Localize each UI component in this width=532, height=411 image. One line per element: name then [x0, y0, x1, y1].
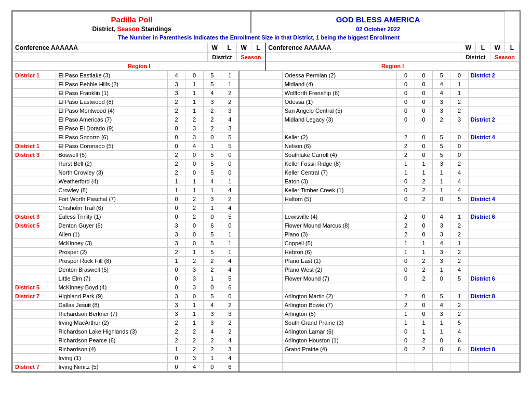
right-district-l: 1	[415, 160, 432, 168]
left-season-w: 1	[203, 274, 221, 283]
left-district-w: 3	[168, 292, 185, 301]
left-season-l: 0	[221, 160, 238, 168]
right-district-w: 1	[397, 310, 415, 319]
left-season-l: 2	[221, 89, 238, 98]
right-district-l: 1	[415, 319, 432, 327]
left-season-l: 0	[221, 221, 238, 230]
left-district-w: 3	[168, 230, 185, 239]
right-season-w: 1	[433, 177, 450, 186]
right-district-ref	[468, 354, 519, 363]
table-row: District 1El Paso Eastlake (3)4051Odessa…	[13, 71, 520, 80]
right-season-w: 3	[433, 257, 450, 266]
left-school: Chisholm Trail (6)	[56, 204, 168, 213]
left-season-l: 2	[221, 195, 238, 204]
left-season-l: 5	[221, 213, 238, 221]
right-season-w	[433, 354, 450, 363]
left-season-l: 4	[221, 257, 238, 266]
right-district-label	[239, 213, 282, 221]
right-school: Nelson (6)	[282, 142, 397, 151]
right-district-w: 1	[397, 168, 415, 177]
left-season-l: 0	[221, 292, 238, 301]
left-season-l: 4	[221, 354, 238, 363]
left-season-l: 5	[221, 142, 238, 151]
col-group-row: District Season District Season	[13, 53, 520, 62]
right-school: Arlington Martin (2)	[282, 292, 397, 301]
table-row: McKinney (3)3051Coppell (5)1141	[13, 239, 520, 248]
right-district-l	[415, 363, 432, 372]
right-district-ref: District 4	[468, 133, 519, 142]
right-district-label	[239, 115, 282, 124]
left-season-l: 4	[221, 115, 238, 124]
right-district-w: 2	[397, 292, 415, 301]
right-season-w: 0	[433, 195, 450, 204]
right-district-l	[415, 124, 432, 133]
left-district-l: 3	[185, 266, 203, 274]
left-district-l: 3	[185, 133, 203, 142]
left-school: McKinney Boyd (4)	[56, 283, 168, 292]
right-school: Flower Mound (7)	[282, 274, 397, 283]
left-season-l: 4	[221, 266, 238, 274]
right-district-ref: District 6	[468, 213, 519, 221]
left-district-w: 2	[168, 327, 185, 336]
right-district-l: 0	[415, 310, 432, 319]
right-school: Eaton (3)	[282, 177, 397, 186]
right-season-l: 0	[450, 151, 468, 160]
left-district-label	[13, 248, 56, 257]
left-season-l: 1	[221, 71, 238, 80]
right-season-l: 0	[450, 142, 468, 151]
left-district-w: 2	[168, 160, 185, 168]
right-district-w: 2	[397, 133, 415, 142]
left-district-w: 4	[168, 71, 185, 80]
right-season-l: 4	[450, 266, 468, 274]
left-season-w: 3	[203, 310, 221, 319]
right-school: Midland Legacy (3)	[282, 115, 397, 124]
left-season-l: 3	[221, 310, 238, 319]
right-season-w: 4	[433, 80, 450, 89]
table-row: Prosper Rock Hill (8)1224Plano East (1)0…	[13, 257, 520, 266]
left-season-w: 2	[203, 124, 221, 133]
right-season-w: 3	[433, 107, 450, 115]
right-season-l: 6	[450, 345, 468, 354]
right-district-l: 2	[415, 257, 432, 266]
left-district-label	[13, 274, 56, 283]
right-school: Keller Central (7)	[282, 168, 397, 177]
table-row: Little Elm (7)0315Flower Mound (7)0205Di…	[13, 274, 520, 283]
right-district-ref	[468, 248, 519, 257]
left-season-l: 4	[221, 186, 238, 195]
right-school	[282, 124, 397, 133]
right-season-l: 2	[450, 310, 468, 319]
right-district-l: 0	[415, 301, 432, 310]
right-district-ref	[468, 177, 519, 186]
table-row: Denton Braswell (5)0324Plano West (2)021…	[13, 266, 520, 274]
right-district-l: 2	[415, 177, 432, 186]
right-school: San Angelo Central (5)	[282, 107, 397, 115]
right-district-label	[239, 230, 282, 239]
right-school: Southlake Carroll (4)	[282, 151, 397, 160]
left-district-w: 2	[168, 336, 185, 345]
left-district-l: 3	[185, 354, 203, 363]
right-season-l: 2	[450, 107, 468, 115]
right-district-w	[397, 283, 415, 292]
right-district-ref	[468, 160, 519, 168]
left-district-w: 0	[168, 195, 185, 204]
left-district-l: 4	[185, 363, 203, 372]
left-season-w: 5	[203, 239, 221, 248]
left-district-w: 0	[168, 124, 185, 133]
right-season-w: 1	[433, 319, 450, 327]
left-season-w: 1	[203, 354, 221, 363]
table-row: Richardson (4)1223Grand Prairie (4)0206D…	[13, 345, 520, 354]
left-school: Irving (1)	[56, 354, 168, 363]
left-season-l: 0	[221, 151, 238, 160]
right-season-w: 1	[433, 168, 450, 177]
left-school: Allen (1)	[56, 230, 168, 239]
right-season-l: 4	[450, 177, 468, 186]
right-district-w	[397, 124, 415, 133]
table-row: District 5Denton Guyer (6)3060Flower Mou…	[13, 221, 520, 230]
left-season-w: 1	[203, 142, 221, 151]
left-season-w: 2	[203, 107, 221, 115]
left-season-l: 3	[221, 124, 238, 133]
left-season-w: 4	[203, 301, 221, 310]
right-district-label	[239, 80, 282, 89]
left-school: Richardson Pearce (6)	[56, 336, 168, 345]
right-district-l: 2	[415, 195, 432, 204]
